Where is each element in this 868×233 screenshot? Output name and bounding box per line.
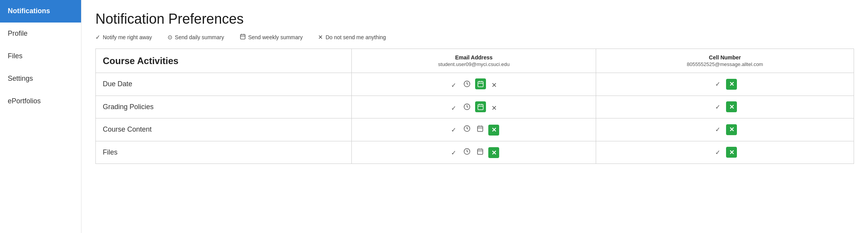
- svg-rect-15: [477, 126, 483, 132]
- checkmark-icon[interactable]: ✓: [449, 125, 458, 135]
- clock-icon[interactable]: [462, 124, 472, 133]
- sidebar-item-settings[interactable]: Settings: [0, 68, 81, 90]
- sidebar-item-notifications[interactable]: Notifications: [0, 0, 81, 23]
- checkmark-icon[interactable]: ✓: [449, 81, 458, 90]
- calendar-icon: [240, 33, 246, 41]
- clock-icon: ⊙: [168, 34, 173, 41]
- x-icon: ✕: [318, 34, 323, 41]
- x-green-icon[interactable]: ✕: [726, 79, 737, 90]
- clock-icon[interactable]: [462, 79, 472, 89]
- sidebar: Notifications Profile Files Settings ePo…: [0, 0, 81, 233]
- x-green-icon[interactable]: ✕: [488, 147, 499, 158]
- grading-policies-cell-cell[interactable]: ✓ ✕: [596, 96, 854, 118]
- table-row: Due Date ✓ ✕ ✓ ✕: [96, 73, 854, 96]
- table-row: Files ✓ ✕ ✓ ✕: [96, 141, 854, 164]
- table-row: Course Content ✓ ✕ ✓ ✕: [96, 118, 854, 141]
- cell-column-header: Cell Number 8055552525@message.alltel.co…: [596, 49, 854, 73]
- grading-policies-email-cell[interactable]: ✓ ✕: [352, 96, 596, 118]
- x-plain-icon[interactable]: ✕: [489, 81, 499, 90]
- checkmark-icon[interactable]: ✓: [713, 148, 723, 157]
- svg-rect-10: [478, 104, 483, 110]
- legend-notify-right-away: ✓ Notify me right away: [95, 34, 152, 41]
- checkmark-icon[interactable]: ✓: [449, 103, 458, 113]
- calendar-weekly-icon[interactable]: [475, 78, 486, 89]
- section-header: Course Activities: [96, 49, 352, 73]
- page-title: Notification Preferences: [95, 11, 854, 27]
- email-column-header: Email Address student.user09@myci.csuci.…: [352, 49, 596, 73]
- legend-weekly-summary: Send weekly summary: [240, 33, 303, 41]
- course-content-email-cell[interactable]: ✓ ✕: [352, 118, 596, 141]
- table-row: Grading Policies ✓ ✕ ✓ ✕: [96, 96, 854, 118]
- due-date-cell-cell[interactable]: ✓ ✕: [596, 73, 854, 96]
- legend-daily-summary: ⊙ Send daily summary: [168, 34, 224, 41]
- files-cell-cell[interactable]: ✓ ✕: [596, 141, 854, 164]
- x-green-icon[interactable]: ✕: [726, 147, 737, 158]
- legend-row: ✓ Notify me right away ⊙ Send daily summ…: [95, 33, 854, 41]
- x-green-icon[interactable]: ✕: [488, 125, 499, 136]
- due-date-email-cell[interactable]: ✓ ✕: [352, 73, 596, 96]
- sidebar-item-files[interactable]: Files: [0, 45, 81, 68]
- checkmark-icon[interactable]: ✓: [713, 102, 723, 111]
- sidebar-item-eportfolios[interactable]: ePortfolios: [0, 90, 81, 113]
- row-label-due-date: Due Date: [96, 73, 352, 96]
- calendar-plain-icon[interactable]: [475, 124, 485, 133]
- x-green-icon[interactable]: ✕: [726, 101, 737, 112]
- clock-icon[interactable]: [462, 102, 472, 111]
- svg-rect-0: [240, 35, 245, 39]
- calendar-weekly-icon[interactable]: [475, 101, 486, 112]
- row-label-files: Files: [96, 141, 352, 164]
- check-icon: ✓: [95, 34, 100, 41]
- row-label-course-content: Course Content: [96, 118, 352, 141]
- legend-do-not-send: ✕ Do not send me anything: [318, 34, 386, 41]
- x-green-icon[interactable]: ✕: [726, 124, 737, 135]
- checkmark-icon[interactable]: ✓: [713, 80, 723, 89]
- files-email-cell[interactable]: ✓ ✕: [352, 141, 596, 164]
- clock-icon[interactable]: [462, 147, 472, 156]
- checkmark-icon[interactable]: ✓: [449, 148, 458, 157]
- calendar-plain-icon[interactable]: [475, 147, 485, 156]
- main-content: Notification Preferences ✓ Notify me rig…: [81, 0, 868, 233]
- svg-rect-20: [477, 149, 483, 155]
- preferences-table: Course Activities Email Address student.…: [95, 49, 854, 164]
- sidebar-item-profile[interactable]: Profile: [0, 23, 81, 45]
- row-label-grading-policies: Grading Policies: [96, 96, 352, 118]
- course-content-cell-cell[interactable]: ✓ ✕: [596, 118, 854, 141]
- x-plain-icon[interactable]: ✕: [489, 103, 499, 113]
- checkmark-icon[interactable]: ✓: [713, 125, 723, 134]
- svg-rect-5: [478, 82, 483, 87]
